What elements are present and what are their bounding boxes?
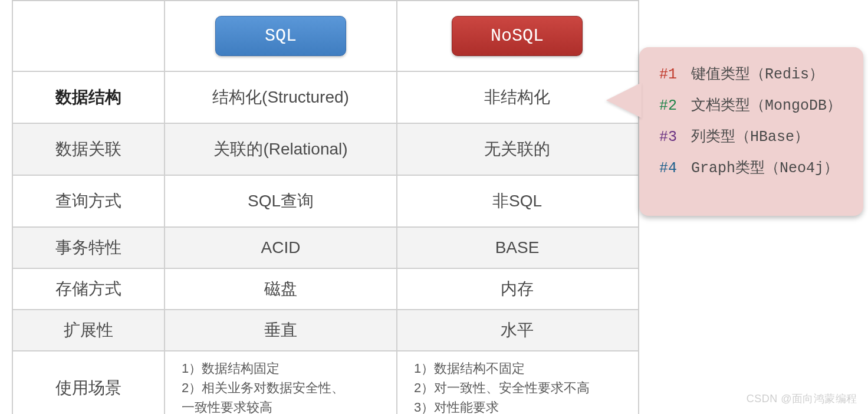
callout-text: 文档类型（MongoDB） bbox=[691, 95, 841, 114]
callout-num: #1 bbox=[659, 66, 691, 83]
row-storage: 存储方式 磁盘 内存 bbox=[13, 269, 638, 310]
sql-structure: 结构化(Structured) bbox=[165, 72, 397, 123]
sql-scale: 垂直 bbox=[165, 310, 397, 350]
nosql-usage-line: 2）对一致性、安全性要求不高 bbox=[414, 378, 590, 397]
header-nosql: NoSQL bbox=[397, 1, 637, 71]
label-relation: 数据关联 bbox=[13, 124, 165, 175]
nosql-usage-line: 1）数据结构不固定 bbox=[414, 359, 525, 378]
watermark: CSDN @面向鸿蒙编程 bbox=[747, 392, 857, 406]
nosql-txn: BASE bbox=[397, 228, 637, 268]
label-storage: 存储方式 bbox=[13, 269, 165, 309]
sql-usage-line: 一致性要求较高 bbox=[182, 397, 272, 414]
row-usage: 使用场景 1）数据结构固定 2）相关业务对数据安全性、 一致性要求较高 1）数据… bbox=[13, 351, 638, 414]
label-query: 查询方式 bbox=[13, 176, 165, 226]
sql-usage-line: 2）相关业务对数据安全性、 bbox=[182, 378, 344, 397]
nosql-types-callout: #1 键值类型（Redis） #2 文档类型（MongoDB） #3 列类型（H… bbox=[639, 47, 863, 216]
callout-num: #2 bbox=[659, 97, 691, 114]
sql-pill: SQL bbox=[215, 16, 346, 56]
sql-storage: 磁盘 bbox=[165, 269, 397, 309]
callout-text: 列类型（HBase） bbox=[691, 126, 809, 146]
label-txn: 事务特性 bbox=[13, 228, 165, 268]
nosql-query: 非SQL bbox=[397, 176, 637, 226]
sql-relation: 关联的(Relational) bbox=[165, 124, 397, 175]
callout-text: Graph类型（Neo4j） bbox=[691, 157, 839, 177]
callout-text: 键值类型（Redis） bbox=[691, 64, 824, 83]
callout-item: #3 列类型（HBase） bbox=[659, 126, 853, 146]
sql-txn: ACID bbox=[165, 228, 397, 268]
callout-item: #1 键值类型（Redis） bbox=[659, 64, 853, 83]
callout-item: #2 文档类型（MongoDB） bbox=[659, 95, 853, 114]
nosql-scale: 水平 bbox=[397, 310, 637, 350]
header-row: SQL NoSQL bbox=[13, 1, 638, 72]
callout-num: #3 bbox=[659, 129, 691, 146]
row-query: 查询方式 SQL查询 非SQL bbox=[13, 176, 638, 228]
label-structure: 数据结构 bbox=[13, 72, 165, 123]
row-relation: 数据关联 关联的(Relational) 无关联的 bbox=[13, 124, 638, 176]
header-sql: SQL bbox=[165, 1, 397, 71]
sql-query: SQL查询 bbox=[165, 176, 397, 226]
label-scale: 扩展性 bbox=[13, 310, 165, 350]
row-scale: 扩展性 垂直 水平 bbox=[13, 310, 638, 351]
sql-usage: 1）数据结构固定 2）相关业务对数据安全性、 一致性要求较高 bbox=[165, 351, 397, 414]
row-structure: 数据结构 结构化(Structured) 非结构化 bbox=[13, 72, 638, 124]
nosql-usage-line: 3）对性能要求 bbox=[414, 397, 499, 414]
comparison-table: SQL NoSQL 数据结构 结构化(Structured) 非结构化 数据关联… bbox=[12, 0, 639, 414]
nosql-usage: 1）数据结构不固定 2）对一致性、安全性要求不高 3）对性能要求 bbox=[397, 351, 637, 414]
header-blank bbox=[13, 1, 165, 71]
callout-item: #4 Graph类型（Neo4j） bbox=[659, 157, 853, 177]
row-txn: 事务特性 ACID BASE bbox=[13, 228, 638, 269]
callout-num: #4 bbox=[659, 160, 691, 177]
nosql-relation: 无关联的 bbox=[397, 124, 637, 175]
nosql-pill: NoSQL bbox=[452, 16, 583, 56]
nosql-structure: 非结构化 bbox=[397, 72, 637, 123]
nosql-storage: 内存 bbox=[397, 269, 637, 309]
sql-usage-line: 1）数据结构固定 bbox=[182, 359, 280, 378]
label-usage: 使用场景 bbox=[13, 351, 165, 414]
